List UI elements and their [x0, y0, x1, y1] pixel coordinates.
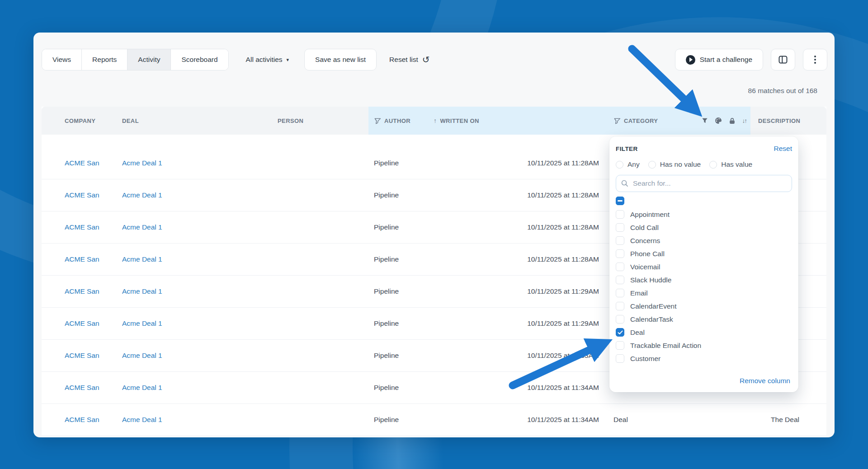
- sort-both-icon[interactable]: ↓↑: [742, 117, 747, 124]
- checkbox-icon: [616, 236, 624, 245]
- author-cell: Pipeline: [374, 223, 399, 231]
- company-link[interactable]: ACME San: [65, 287, 99, 295]
- checkbox-icon: [616, 302, 624, 310]
- table-cell: ACME San: [42, 276, 118, 307]
- column-header-author[interactable]: AUTHOR: [368, 107, 427, 135]
- play-circle-icon: [686, 55, 695, 65]
- deal-link[interactable]: Acme Deal 1: [122, 223, 162, 231]
- column-header-category[interactable]: CATEGORY ↓↑: [608, 107, 750, 135]
- table-cell: [271, 244, 368, 275]
- written-on-cell: 10/11/2025 at 11:28AM: [527, 191, 599, 199]
- all-activities-dropdown[interactable]: All activities ▾: [246, 56, 289, 64]
- table-cell: 10/11/2025 at 11:28AM: [427, 244, 608, 275]
- filter-option-voicemail[interactable]: Voicemail: [616, 260, 792, 273]
- company-link[interactable]: ACME San: [65, 384, 99, 392]
- filter-option-appointment[interactable]: Appointment: [616, 208, 792, 221]
- written-on-cell: 10/11/2025 at 11:34AM: [527, 416, 599, 424]
- table-cell: Pipeline: [368, 211, 427, 243]
- filter-option-customer[interactable]: Customer: [616, 352, 792, 365]
- filter-option-slack-huddle[interactable]: Slack Huddle: [616, 273, 792, 286]
- filter-option-calendarevent[interactable]: CalendarEvent: [616, 300, 792, 313]
- checkbox-icon: [616, 263, 624, 271]
- table-cell: Acme Deal 1: [118, 147, 271, 179]
- table-cell: Acme Deal 1: [118, 372, 271, 403]
- save-as-new-list-button[interactable]: Save as new list: [304, 49, 377, 70]
- deal-link[interactable]: Acme Deal 1: [122, 191, 162, 199]
- checkbox-icon: [616, 354, 624, 363]
- filter-radio-has-no-value[interactable]: Has no value: [648, 160, 701, 169]
- company-link[interactable]: ACME San: [65, 352, 99, 360]
- company-link[interactable]: ACME San: [65, 159, 99, 167]
- deal-link[interactable]: Acme Deal 1: [122, 352, 162, 360]
- filter-option-label: Concerns: [630, 237, 660, 245]
- match-count: 86 matches out of 168: [748, 87, 817, 95]
- deal-link[interactable]: Acme Deal 1: [122, 319, 162, 328]
- start-challenge-button[interactable]: Start a challenge: [675, 49, 763, 70]
- column-header-company[interactable]: COMPANY: [42, 107, 118, 135]
- filter-option-concerns[interactable]: Concerns: [616, 234, 792, 247]
- tab-reports[interactable]: Reports: [82, 49, 127, 70]
- kebab-icon: [814, 56, 816, 64]
- column-header-deal[interactable]: DEAL: [118, 107, 271, 135]
- table-row[interactable]: ACME SanAcme Deal 1Pipeline10/11/2025 at…: [42, 404, 826, 436]
- filter-reset-link[interactable]: Reset: [774, 145, 793, 153]
- palette-icon[interactable]: [715, 117, 722, 124]
- table-cell: ACME San: [42, 404, 118, 436]
- written-on-cell: 10/11/2025 at 11:33AM: [527, 352, 599, 360]
- toolbar: Views Reports Activity Scoreboard All ac…: [42, 49, 827, 70]
- table-cell: [271, 308, 368, 339]
- filter-option-label: Trackable Email Action: [630, 342, 701, 350]
- remove-column-link[interactable]: Remove column: [740, 377, 790, 385]
- columns-toggle-button[interactable]: [771, 49, 795, 70]
- deal-link[interactable]: Acme Deal 1: [122, 287, 162, 295]
- filter-option-trackable-email-action[interactable]: Trackable Email Action: [616, 339, 792, 352]
- deal-link[interactable]: Acme Deal 1: [122, 384, 162, 392]
- columns-icon: [778, 56, 788, 64]
- tab-activity[interactable]: Activity: [127, 49, 171, 70]
- filter-search-input[interactable]: [616, 175, 792, 192]
- filter-option-phone-call[interactable]: Phone Call: [616, 247, 792, 260]
- more-menu-button[interactable]: [803, 49, 827, 70]
- table-cell: Acme Deal 1: [118, 179, 271, 211]
- checkbox-icon: [616, 276, 624, 284]
- written-on-cell: 10/11/2025 at 11:28AM: [527, 223, 599, 231]
- filter-option-label: Deal: [630, 328, 645, 337]
- column-header-description[interactable]: DESCRIPTION: [750, 107, 826, 135]
- table-cell: Pipeline: [368, 372, 427, 403]
- filter-radio-has-value[interactable]: Has value: [709, 160, 752, 169]
- company-link[interactable]: ACME San: [65, 319, 99, 328]
- tab-views[interactable]: Views: [42, 49, 82, 70]
- filter-option-cold-call[interactable]: Cold Call: [616, 221, 792, 234]
- column-header-written-on[interactable]: ↑ WRITTEN ON: [427, 107, 608, 135]
- column-header-person[interactable]: PERSON: [271, 107, 368, 135]
- radio-icon: [709, 161, 717, 169]
- filter-option-email[interactable]: Email: [616, 286, 792, 300]
- filter-radio-any[interactable]: Any: [616, 160, 640, 169]
- table-cell: Pipeline: [368, 244, 427, 275]
- company-link[interactable]: ACME San: [65, 255, 99, 263]
- filter-option-deal[interactable]: Deal: [616, 326, 792, 339]
- company-link[interactable]: ACME San: [65, 223, 99, 231]
- author-cell: Pipeline: [374, 384, 399, 392]
- company-link[interactable]: ACME San: [65, 191, 99, 199]
- lock-icon[interactable]: [729, 117, 736, 124]
- written-on-cell: 10/11/2025 at 11:29AM: [527, 287, 599, 295]
- deal-link[interactable]: Acme Deal 1: [122, 416, 162, 424]
- deal-link[interactable]: Acme Deal 1: [122, 255, 162, 263]
- tab-scoreboard[interactable]: Scoreboard: [171, 49, 228, 70]
- filter-option-calendartask[interactable]: CalendarTask: [616, 313, 792, 326]
- company-link[interactable]: ACME San: [65, 416, 99, 424]
- deal-link[interactable]: Acme Deal 1: [122, 159, 162, 167]
- reset-list-button[interactable]: Reset list ↺: [389, 55, 430, 64]
- written-on-cell: 10/11/2025 at 11:28AM: [527, 159, 599, 167]
- filter-funnel-icon: [613, 117, 621, 124]
- select-all-checkbox-indeterminate[interactable]: [616, 197, 624, 205]
- table-cell: Acme Deal 1: [118, 340, 271, 371]
- table-cell: 10/11/2025 at 11:28AM: [427, 211, 608, 243]
- sort-ascending-icon: ↑: [434, 117, 437, 124]
- filter-options-list: AppointmentCold CallConcernsPhone CallVo…: [616, 208, 792, 365]
- checkbox-icon: [616, 210, 624, 219]
- table-cell: ACME San: [42, 308, 118, 339]
- filter-funnel-filled-icon[interactable]: [702, 117, 708, 124]
- radio-icon: [648, 161, 656, 169]
